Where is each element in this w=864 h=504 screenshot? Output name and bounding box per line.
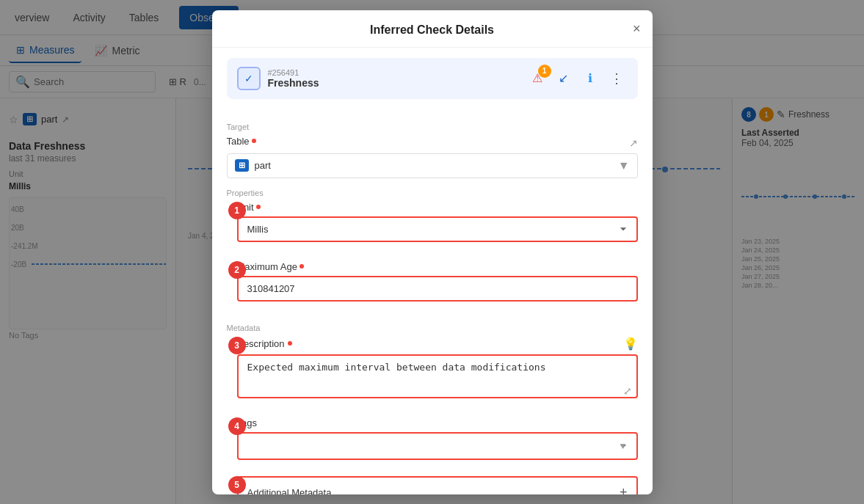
modal: Inferred Check Details × ✓ #256491 Fresh… — [212, 10, 653, 494]
step-5-badge: 5 — [228, 476, 246, 494]
table-select-left: ⊞ part — [235, 159, 271, 172]
max-age-required-dot — [300, 264, 304, 269]
additional-meta-box: Additional Metadata + Enhance the check … — [237, 476, 638, 494]
step-5-row: 5 Additional Metadata + Enhance the chec… — [237, 476, 638, 494]
additional-meta-plus-button[interactable]: + — [620, 485, 628, 494]
step-1-row: 1 Unit MillisSecondsMinutesHoursDays — [237, 202, 638, 252]
modal-header: Inferred Check Details × — [212, 10, 653, 48]
modal-title: Inferred Check Details — [370, 23, 494, 37]
metadata-section-label: Metadata — [227, 324, 638, 332]
table-required-dot — [252, 139, 256, 143]
step-5-content: Additional Metadata + Enhance the check … — [237, 476, 638, 494]
unit-required-dot — [256, 205, 261, 209]
table-select-arrow: ▼ — [618, 159, 630, 172]
modal-body: Target Table ↗ ⊞ part ▼ — [212, 106, 653, 494]
step-1-badge: 1 — [228, 202, 246, 219]
max-age-input[interactable] — [237, 276, 638, 302]
tags-dropdown-arrow: ▼ — [619, 441, 628, 451]
step-3-row: 3 Description 💡 Expected maximum interva… — [237, 337, 638, 412]
table-select-box[interactable]: ⊞ part ▼ — [227, 153, 638, 178]
desc-label-row: Description 💡 — [237, 337, 638, 351]
check-icon: ✓ — [244, 73, 253, 84]
lightbulb-icon[interactable]: 💡 — [623, 337, 638, 351]
max-age-label: Maximum Age — [237, 261, 638, 272]
step-1-content: Unit MillisSecondsMinutesHoursDays — [237, 202, 638, 252]
step-4-content: Tags ▼ — [237, 417, 638, 470]
step-2-row: 2 Maximum Age — [237, 261, 638, 312]
check-name: Freshness — [268, 77, 519, 89]
description-expand-icon[interactable]: ⤢ — [623, 385, 632, 397]
additional-meta-label: Additional Metadata — [247, 487, 332, 494]
description-input-wrapper: Expected maximum interval between data m… — [237, 354, 638, 401]
check-card: ✓ #256491 Freshness ⚠ 1 ↙ ℹ ⋮ — [227, 58, 638, 99]
max-age-label-text: Maximum Age — [237, 261, 297, 272]
table-select-row: Table ↗ — [227, 136, 638, 150]
table-label-text: Table — [227, 136, 250, 147]
description-textarea[interactable]: Expected maximum interval between data m… — [237, 354, 638, 398]
table-form-group: Table ↗ ⊞ part ▼ — [227, 136, 638, 178]
more-options-button[interactable]: ⋮ — [606, 67, 628, 90]
modal-close-button[interactable]: × — [633, 22, 641, 35]
warning-container: ⚠ 1 — [526, 67, 548, 90]
step-3-content: Description 💡 Expected maximum interval … — [237, 337, 638, 412]
check-info: #256491 Freshness — [268, 68, 519, 89]
table-expand-icon[interactable]: ↗ — [629, 137, 638, 149]
table-select-value: part — [255, 160, 271, 171]
step-4-row: 4 Tags ▼ — [237, 417, 638, 470]
unit-form-group: Unit MillisSecondsMinutesHoursDays — [237, 202, 638, 242]
check-actions: ⚠ 1 ↙ ℹ ⋮ — [526, 67, 628, 90]
tags-select[interactable]: ▼ — [237, 432, 638, 460]
table-select-icon: ⊞ — [235, 159, 249, 172]
unit-label: Unit — [237, 202, 638, 213]
check-id: #256491 — [268, 68, 519, 77]
step-2-content: Maximum Age — [237, 261, 638, 312]
tags-form-group: Tags ▼ — [237, 417, 638, 460]
unit-select[interactable]: MillisSecondsMinutesHoursDays — [237, 216, 638, 242]
step-4-badge: 4 — [228, 417, 246, 435]
arrow-button[interactable]: ↙ — [553, 67, 575, 90]
additional-meta-header: Additional Metadata + — [247, 485, 628, 494]
description-required-dot — [288, 341, 292, 346]
max-age-form-group: Maximum Age — [237, 261, 638, 302]
properties-section-label: Properties — [227, 189, 638, 197]
description-form-group: Description 💡 Expected maximum interval … — [237, 337, 638, 401]
step-2-badge: 2 — [228, 261, 246, 279]
target-section-label: Target — [227, 123, 638, 131]
tags-label: Tags — [237, 417, 638, 428]
check-icon-box: ✓ — [237, 67, 261, 90]
modal-overlay: Inferred Check Details × ✓ #256491 Fresh… — [0, 0, 864, 504]
step-3-badge: 3 — [228, 337, 246, 354]
warning-badge: 1 — [538, 65, 551, 78]
info-button[interactable]: ℹ — [579, 67, 601, 90]
table-form-label: Table — [227, 136, 256, 147]
